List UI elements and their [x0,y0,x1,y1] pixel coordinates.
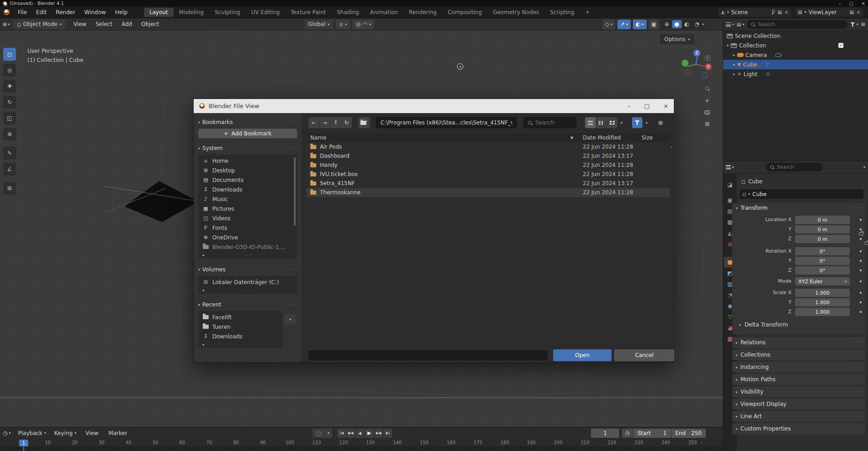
system-item-onedrive[interactable]: ⊕OneDrive [198,233,297,242]
panel-viewport-display[interactable]: ▸Viewport Display···· [732,399,865,410]
auto-keying-chevron[interactable]: ▾ [325,429,332,438]
vertical-list-button[interactable] [585,117,596,128]
file-row-air-pods[interactable]: Air Pods22 Jun 2024 11:28 [306,142,670,151]
dialog-corner-resize-icon[interactable]: ˄ [668,356,670,360]
horizontal-list-button[interactable] [596,117,606,128]
outliner-row-cube[interactable]: ▸ ▼ Cube ▽ [723,60,868,69]
zoom-view-icon[interactable] [705,86,710,91]
workspace-tab-rendering[interactable]: Rendering [403,8,442,17]
rotation-y-animate-dot[interactable] [860,260,862,262]
ortho-toggle-icon[interactable]: ⊞ [705,121,709,127]
system-item-home[interactable]: ⌂Home [198,156,297,166]
outliner-row-camera[interactable]: ▸ Camera [723,50,868,60]
recent-options-button[interactable]: ▾ [285,314,296,324]
dialog-close-button[interactable]: × [663,103,668,109]
location-y-lock-icon[interactable] [865,240,868,245]
properties-search-input[interactable] [777,164,809,170]
file-row-ivu-ticket-box[interactable]: IVU.ticket.box22 Jun 2024 11:28 [306,170,670,179]
use-preview-range-button[interactable]: ◷ [622,429,633,438]
proportional-edit-toggle[interactable]: ◎ ◠ ▾ [353,20,374,29]
workspace-tab-texture-paint[interactable]: Texture Paint [285,8,331,17]
scene-browse-chevron[interactable]: ▾ [727,10,729,14]
rotation-x-field[interactable]: 0° [795,247,850,255]
refresh-button[interactable]: ↻ [341,117,352,128]
properties-display-dropdown[interactable]: ▾ [726,165,734,169]
recent-item-downloads[interactable]: ↧Downloads [198,332,282,341]
workspace-tab-shading[interactable]: Shading [331,8,365,17]
workspace-tab-layout[interactable]: Layout [144,8,174,17]
column-name[interactable]: Name [310,135,326,141]
tool-add-cube[interactable]: ⊞ [3,182,16,195]
editor-type-icon[interactable]: ⊞ [3,21,7,27]
volumes-resize-icon[interactable]: ▸ [203,288,205,292]
gizmo-x-ball[interactable]: X [705,63,712,70]
shading-rendered-button[interactable]: ◔ [692,20,702,28]
window-close-button[interactable]: × [862,1,865,6]
next-keyframe-button[interactable]: ▶◆ [375,429,383,438]
properties-options-chevron[interactable]: ▾ [863,165,865,169]
recent-item-tueren[interactable]: Tueren [198,322,282,332]
up-button[interactable]: ↑ [330,117,341,128]
gizmo-y-neg-ball[interactable]: Y [704,55,710,61]
display-settings-chevron[interactable]: ▾ [621,121,622,125]
orientation-dropdown[interactable]: Global ▾ [304,20,333,29]
scene-icon[interactable]: ◭ [721,10,725,15]
view-layer-remove-icon[interactable]: × [856,9,861,16]
system-list-grip-icon[interactable]: ···· [245,254,252,257]
system-item-fonts[interactable]: FFonts [198,223,297,233]
workspace-tab-compositing[interactable]: Compositing [442,8,487,17]
system-scrollbar[interactable] [294,157,296,226]
location-x-lock-icon[interactable] [859,231,863,235]
jump-end-button[interactable]: ▶| [384,429,392,438]
gizmo-z-ball[interactable]: Z [693,50,700,57]
tool-scale[interactable]: ◱ [3,112,16,124]
back-button[interactable]: ← [308,117,319,128]
workspace-tab-scripting[interactable]: Scripting [544,8,580,17]
scene-new-icon[interactable]: ▤ [777,10,781,15]
options-button[interactable]: Options ▾ [660,34,694,44]
list-scroll-left-icon[interactable]: ‹ [671,145,672,149]
object-name-field[interactable]: ◻ ▾ Cube [740,189,863,199]
menu-file[interactable]: File [13,9,31,16]
dialog-maximize-button[interactable]: ▢ [644,103,650,109]
system-item-desktop[interactable]: ⊞Desktop [198,166,297,175]
panel-relations[interactable]: ▸Relations···· [732,337,865,348]
rotation-z-animate-dot[interactable] [860,270,862,271]
panel-line-art[interactable]: ▸Line Art···· [732,411,865,422]
volume-item-c-drive[interactable]: ⊟Lokaler Datenträger (C:) [198,277,297,287]
recent-panel-header[interactable]: ▾ Recent ···· [194,299,302,310]
transform-panel-header[interactable]: ▾ Transform ···· [732,203,865,213]
tool-move[interactable]: ✚ [3,80,16,93]
location-x-field[interactable]: 0 m [795,216,850,224]
ruler-scroll-icon[interactable]: ‹ [701,441,702,445]
outliner-row-collection[interactable]: ▾ Collection ✓ [723,41,868,50]
file-search-input[interactable] [535,119,567,126]
editor-type-chevron[interactable]: ▾ [8,22,10,26]
location-x-animate-dot[interactable] [860,219,862,221]
location-y-field[interactable]: 0 m [795,225,850,233]
system-item-music[interactable]: ♪Music [198,194,297,204]
location-y-animate-dot[interactable] [860,228,862,230]
panel-custom-properties[interactable]: ▸Custom Properties···· [732,423,865,434]
file-row-handy[interactable]: Handy22 Jun 2024 11:28 [306,161,670,170]
viewport-menu-object[interactable]: Object [137,21,164,27]
timeline-ruler[interactable]: 10 20 30 40 50 60 70 80 90 100 110 120 1… [0,439,723,446]
scale-z-animate-dot[interactable] [860,311,862,313]
timeline-menu-keying[interactable]: Keying▾ [51,430,80,436]
system-panel-header[interactable]: ▾ System ···· [194,143,302,154]
panel-motion-paths[interactable]: ▸Motion Paths···· [732,374,865,385]
recent-list-grip-icon[interactable]: ···· [238,343,245,346]
rotation-mode-dropdown[interactable]: XYZ Euler ▾ [795,277,850,285]
dialog-settings-gear-icon[interactable]: ⊛ [658,119,663,126]
volumes-panel-header[interactable]: ▾ Volumes ···· [194,264,302,275]
light-expand-icon[interactable]: ▸ [733,72,735,76]
outliner-display-mode-dropdown[interactable]: ▾ [726,22,734,26]
play-button[interactable]: ▶ [365,429,374,438]
menu-window[interactable]: Window [80,9,110,16]
open-button[interactable]: Open [553,349,611,361]
scale-z-field[interactable]: 1.000 [795,308,850,316]
gizmo-x-neg-ball[interactable] [685,70,691,76]
scale-x-animate-dot[interactable] [860,292,862,294]
workspace-tab-modeling[interactable]: Modeling [174,8,210,17]
thumbnail-button[interactable] [607,117,617,128]
